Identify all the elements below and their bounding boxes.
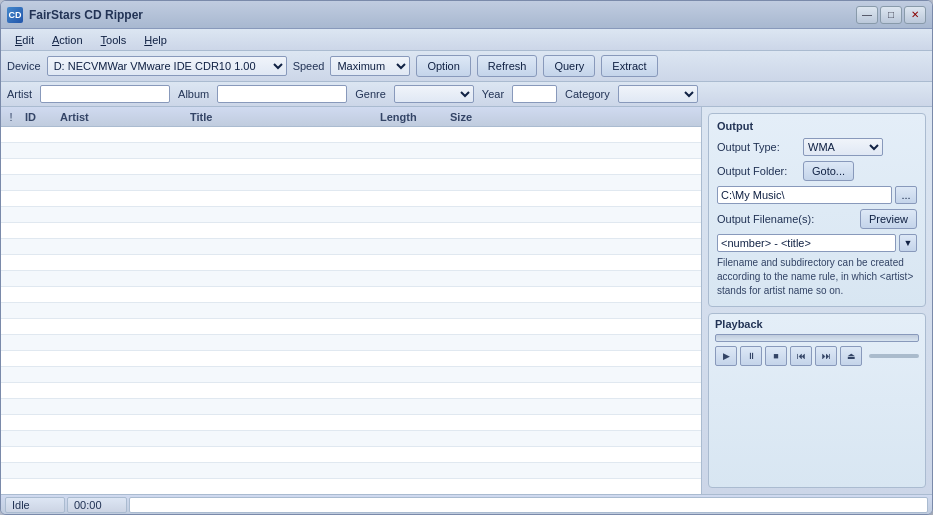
playback-group: Playback ▶ ⏸ ■ ⏮ ⏭ ⏏ — [708, 313, 926, 488]
browse-button[interactable]: ... — [895, 186, 917, 204]
title-bar-left: CD FairStars CD Ripper — [7, 7, 143, 23]
track-panel: ! ID Artist Title Length Size — [1, 107, 702, 494]
col-header-length: Length — [376, 111, 446, 123]
volume-slider[interactable] — [869, 354, 919, 358]
table-row[interactable] — [1, 175, 701, 191]
filename-label: Output Filename(s): — [717, 213, 814, 225]
year-input[interactable] — [512, 85, 557, 103]
next-button[interactable]: ⏭ — [815, 346, 837, 366]
album-label: Album — [178, 88, 209, 100]
filename-select-row: ▼ — [717, 234, 917, 252]
artist-input[interactable] — [40, 85, 170, 103]
query-button[interactable]: Query — [543, 55, 595, 77]
artist-label: Artist — [7, 88, 32, 100]
folder-row: ... — [717, 186, 917, 204]
maximize-button[interactable]: □ — [880, 6, 902, 24]
table-row[interactable] — [1, 255, 701, 271]
genre-select[interactable] — [394, 85, 474, 103]
year-label: Year — [482, 88, 504, 100]
track-table-header: ! ID Artist Title Length Size — [1, 107, 701, 127]
table-row[interactable] — [1, 223, 701, 239]
status-bar-fill — [129, 497, 928, 513]
close-button[interactable]: ✕ — [904, 6, 926, 24]
filename-row: Output Filename(s): Preview — [717, 209, 917, 229]
table-row[interactable] — [1, 191, 701, 207]
speed-select[interactable]: Maximum — [330, 56, 410, 76]
stop-button[interactable]: ■ — [765, 346, 787, 366]
output-folder-label: Output Folder: — [717, 165, 797, 177]
menu-tools[interactable]: Tools — [93, 32, 135, 48]
table-row[interactable] — [1, 303, 701, 319]
table-row[interactable] — [1, 415, 701, 431]
output-type-select[interactable]: WMA — [803, 138, 883, 156]
table-row[interactable] — [1, 319, 701, 335]
prev-button[interactable]: ⏮ — [790, 346, 812, 366]
menu-edit[interactable]: Edit — [7, 32, 42, 48]
title-bar: CD FairStars CD Ripper — □ ✕ — [1, 1, 932, 29]
right-panel: Output Output Type: WMA Output Folder: G… — [702, 107, 932, 494]
preview-button[interactable]: Preview — [860, 209, 917, 229]
table-row[interactable] — [1, 127, 701, 143]
playback-title: Playback — [715, 318, 919, 330]
table-row[interactable] — [1, 351, 701, 367]
genre-label: Genre — [355, 88, 386, 100]
table-row[interactable] — [1, 367, 701, 383]
goto-button[interactable]: Goto... — [803, 161, 854, 181]
output-type-row: Output Type: WMA — [717, 138, 917, 156]
output-folder-row: Output Folder: Goto... — [717, 161, 917, 181]
table-row[interactable] — [1, 271, 701, 287]
play-button[interactable]: ▶ — [715, 346, 737, 366]
status-time: 00:00 — [67, 497, 127, 513]
device-select[interactable]: D: NECVMWar VMware IDE CDR10 1.00 — [47, 56, 287, 76]
table-row[interactable] — [1, 447, 701, 463]
folder-input[interactable] — [717, 186, 892, 204]
col-header-check: ! — [1, 111, 21, 123]
col-header-id: ID — [21, 111, 56, 123]
field-bar: Artist Album Genre Year Category — [1, 82, 932, 107]
main-window: CD FairStars CD Ripper — □ ✕ Edit Action… — [0, 0, 933, 515]
app-icon: CD — [7, 7, 23, 23]
col-header-title: Title — [186, 111, 376, 123]
track-table-body — [1, 127, 701, 494]
album-input[interactable] — [217, 85, 347, 103]
title-buttons: — □ ✕ — [856, 6, 926, 24]
refresh-button[interactable]: Refresh — [477, 55, 538, 77]
status-idle: Idle — [5, 497, 65, 513]
speed-label: Speed — [293, 60, 325, 72]
menu-help[interactable]: Help — [136, 32, 175, 48]
category-select[interactable] — [618, 85, 698, 103]
table-row[interactable] — [1, 335, 701, 351]
table-row[interactable] — [1, 287, 701, 303]
col-header-artist: Artist — [56, 111, 186, 123]
table-row[interactable] — [1, 399, 701, 415]
filename-arrow-button[interactable]: ▼ — [899, 234, 917, 252]
status-bar: Idle 00:00 — [1, 494, 932, 514]
table-row[interactable] — [1, 431, 701, 447]
col-header-size: Size — [446, 111, 516, 123]
output-group: Output Output Type: WMA Output Folder: G… — [708, 113, 926, 307]
table-row[interactable] — [1, 159, 701, 175]
output-group-title: Output — [717, 120, 917, 132]
table-row[interactable] — [1, 143, 701, 159]
category-label: Category — [565, 88, 610, 100]
extract-button[interactable]: Extract — [601, 55, 657, 77]
main-content: ! ID Artist Title Length Size — [1, 107, 932, 494]
eject-button[interactable]: ⏏ — [840, 346, 862, 366]
filename-hint: Filename and subdirectory can be created… — [717, 256, 917, 298]
minimize-button[interactable]: — — [856, 6, 878, 24]
device-label: Device — [7, 60, 41, 72]
filename-input[interactable] — [717, 234, 896, 252]
menu-action[interactable]: Action — [44, 32, 91, 48]
playback-progress-bar — [715, 334, 919, 342]
menu-bar: Edit Action Tools Help — [1, 29, 932, 51]
table-row[interactable] — [1, 239, 701, 255]
option-button[interactable]: Option — [416, 55, 470, 77]
window-title: FairStars CD Ripper — [29, 8, 143, 22]
output-type-label: Output Type: — [717, 141, 797, 153]
toolbar: Device D: NECVMWar VMware IDE CDR10 1.00… — [1, 51, 932, 82]
table-row[interactable] — [1, 383, 701, 399]
pause-button[interactable]: ⏸ — [740, 346, 762, 366]
playback-controls: ▶ ⏸ ■ ⏮ ⏭ ⏏ — [715, 346, 919, 366]
table-row[interactable] — [1, 207, 701, 223]
table-row[interactable] — [1, 463, 701, 479]
